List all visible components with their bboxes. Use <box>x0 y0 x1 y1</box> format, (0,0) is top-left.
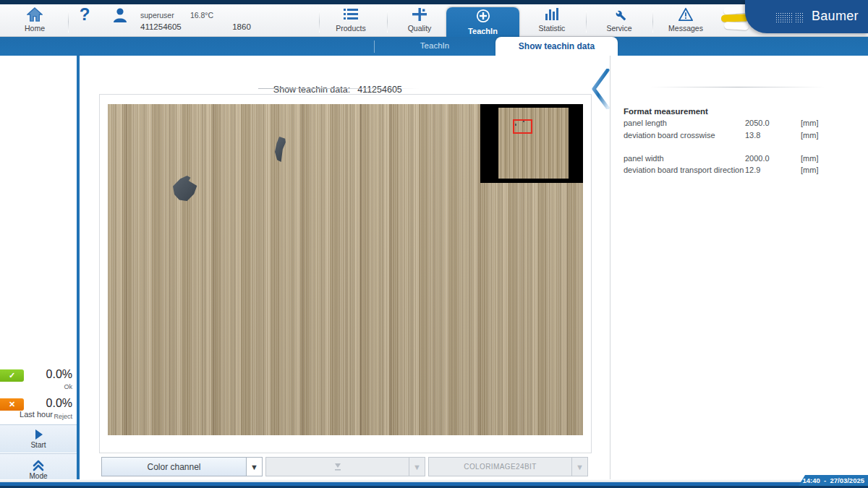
color-channel-value[interactable]: Color channel <box>101 457 247 476</box>
help-button[interactable]: ? <box>71 7 98 35</box>
start-button[interactable]: Start <box>0 424 77 453</box>
measurement-panel: Format measurement panel length 2050.0 [… <box>611 56 868 479</box>
application-window: Home ? superuser 16.8°C 411254605 1860 <box>0 0 868 488</box>
measurement-value: 2050.0 <box>745 119 770 127</box>
subtab-teachin[interactable]: TeachIn <box>391 41 479 50</box>
tab-teachin-selected[interactable]: TeachIn <box>446 7 519 37</box>
datetime-display: 14:40 - 27/03/2025 <box>799 475 868 486</box>
subtab-show-teachin-data-selected[interactable]: Show teachin data <box>495 37 618 56</box>
measurement-unit: [mm] <box>801 131 818 140</box>
products-icon <box>343 7 359 22</box>
statistic-icon <box>544 7 560 22</box>
reject-percent: 0.0% <box>7 397 72 410</box>
left-sidebar: Last hour ✓ 0.0% Ok ✕ 0.0% Reject Start … <box>0 56 80 486</box>
dropdown-arrow-icon[interactable]: ▼ <box>247 457 263 476</box>
brand-name: Baumer <box>812 9 859 24</box>
quality-icon <box>412 7 427 22</box>
measurement-unit: [mm] <box>801 119 818 127</box>
measurement-unit: [mm] <box>801 166 818 174</box>
user-info-block: superuser 16.8°C 411254605 1860 <box>140 11 256 31</box>
teachin-icon <box>476 9 490 26</box>
measurement-unit: [mm] <box>801 154 818 163</box>
ok-percent: 0.0% <box>7 368 72 381</box>
measurement-value: 2000.0 <box>745 154 770 163</box>
quality-label: Quality <box>408 24 432 33</box>
measurement-row: deviation board crosswise 13.8 [mm] <box>624 131 855 141</box>
home-icon <box>27 7 43 22</box>
tab-products[interactable]: Products <box>327 7 375 35</box>
tab-service[interactable]: Service <box>597 7 641 35</box>
secondary-dropdown-value <box>265 457 409 476</box>
tab-quality[interactable]: Quality <box>396 7 443 35</box>
dropdown-arrow-icon: ▼ <box>409 457 425 476</box>
play-icon <box>33 429 44 440</box>
home-button[interactable]: Home <box>16 7 54 35</box>
temperature-value: 16.8°C <box>190 11 213 20</box>
measurement-row: deviation board transport direction 12.9… <box>624 166 855 176</box>
measurement-row: panel length 2050.0 [mm] <box>624 119 855 129</box>
image-type-value: COLORIMAGE24BIT <box>428 457 572 476</box>
user-name: superuser <box>140 11 188 20</box>
statistic-label: Statistic <box>539 24 566 33</box>
status-bar: 14:40 - 27/03/2025 <box>0 479 868 488</box>
panel-image <box>108 104 583 435</box>
defect-knot-1 <box>173 176 197 201</box>
toolbar-separator <box>319 11 320 33</box>
double-chevron-up-icon <box>32 460 45 471</box>
toolbar-separator <box>68 11 69 33</box>
counter-value: 1860 <box>232 22 251 31</box>
start-label: Start <box>30 441 46 449</box>
toolbar-separator <box>586 11 587 33</box>
measurement-label: panel width <box>624 154 664 163</box>
thumbnail-panel-image <box>498 108 569 179</box>
messages-label: Messages <box>668 24 703 33</box>
measurement-row: panel width 2000.0 [mm] <box>624 154 855 164</box>
dropdown-placeholder-icon <box>333 462 343 471</box>
dropdown-arrow-icon: ▼ <box>572 457 588 476</box>
secondary-dropdown-disabled: ▼ <box>265 457 425 476</box>
panel-divider <box>610 56 610 479</box>
reject-label: Reject <box>7 413 72 420</box>
teachin-image-card <box>99 94 592 453</box>
defect-knot-2 <box>274 137 286 162</box>
swoosh-decoration-yellow <box>721 14 749 22</box>
toolbar-separator <box>652 11 653 33</box>
overview-thumbnail[interactable] <box>480 104 583 183</box>
wood-grain-seam <box>359 104 362 435</box>
help-icon: ? <box>80 7 90 22</box>
measurement-value: 12.9 <box>745 166 760 174</box>
products-label: Products <box>336 24 365 33</box>
teachin-label: TeachIn <box>468 27 498 35</box>
messages-icon <box>678 7 694 22</box>
toolbar-separator <box>387 11 388 33</box>
sub-navigation-bar: TeachIn Show teachin data <box>0 37 868 56</box>
chevron-left-icon <box>587 69 613 109</box>
brand-halftone-square <box>775 12 792 23</box>
thumbnail-view-rectangle <box>513 119 532 134</box>
format-measurement-title: Format measurement <box>624 107 708 116</box>
tab-statistic[interactable]: Statistic <box>529 7 575 35</box>
ok-label: Ok <box>7 383 72 390</box>
tab-messages[interactable]: Messages <box>660 7 711 35</box>
user-icon <box>111 7 129 22</box>
measurement-label: panel length <box>624 119 667 127</box>
measurement-label: deviation board transport direction <box>624 166 744 174</box>
measurement-value: 13.8 <box>745 131 760 140</box>
home-label: Home <box>25 24 45 33</box>
subnav-separator <box>374 40 375 53</box>
user-button[interactable] <box>104 7 136 35</box>
brand-logo-block: Baumer <box>745 0 868 33</box>
page-title-value: 411254605 <box>357 85 402 95</box>
measurement-label: deviation board crosswise <box>624 131 715 140</box>
service-label: Service <box>606 24 631 33</box>
collapse-panel-button[interactable] <box>587 69 613 109</box>
title-underline <box>258 88 420 89</box>
page-title-label: Show teachin data: <box>273 85 350 95</box>
color-channel-dropdown[interactable]: Color channel ▼ <box>101 457 263 476</box>
brand-halftone-square <box>795 12 804 23</box>
user-id: 411254605 <box>140 22 230 31</box>
service-icon <box>611 7 627 22</box>
main-content: Show teachin data:411254605 Color channe… <box>80 56 610 479</box>
panel-top-line <box>651 87 825 87</box>
image-type-dropdown-disabled: COLORIMAGE24BIT ▼ <box>428 457 588 476</box>
